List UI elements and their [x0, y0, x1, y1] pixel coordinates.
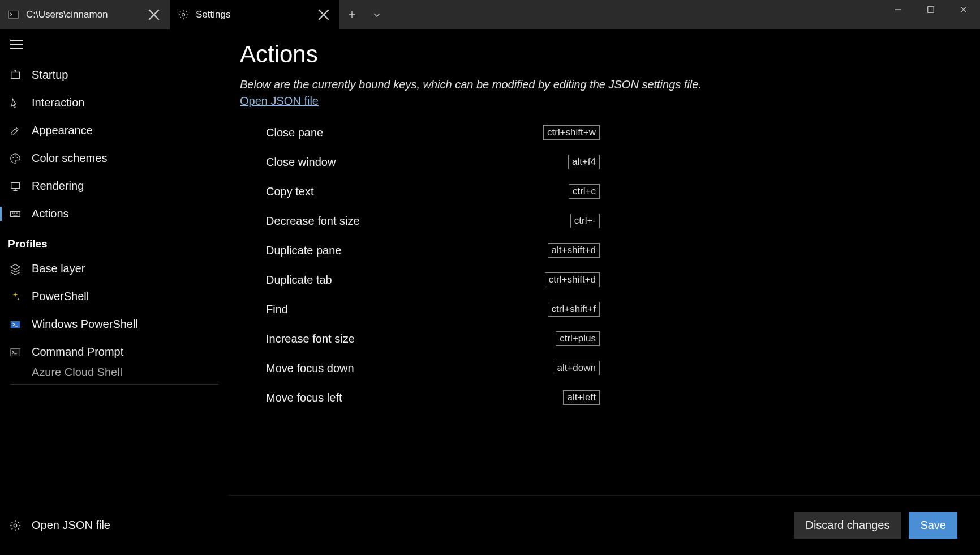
sidebar: Startup Interaction Appearance Color sch… [0, 29, 229, 555]
close-icon[interactable] [316, 7, 332, 23]
tab-title: Settings [196, 9, 309, 20]
sidebar-item-label: Appearance [32, 124, 93, 137]
sidebar-item-label: Interaction [32, 96, 84, 109]
save-button[interactable]: Save [909, 512, 957, 539]
rendering-icon [9, 180, 22, 193]
action-row[interactable]: Duplicate tab ctrl+shift+d [240, 265, 600, 294]
action-row[interactable]: Close pane ctrl+shift+w [240, 118, 600, 147]
action-label: Decrease font size [266, 215, 570, 228]
page-description: Below are the currently bound keys, whic… [240, 78, 980, 91]
action-label: Move focus left [266, 391, 563, 404]
svg-point-5 [15, 155, 16, 156]
sidebar-item-label: Azure Cloud Shell [32, 366, 122, 379]
action-label: Duplicate pane [266, 244, 548, 257]
action-label: Find [266, 303, 548, 316]
open-json-link[interactable]: Open JSON file [240, 95, 319, 108]
action-label: Close window [266, 156, 568, 169]
sidebar-item-label: PowerShell [32, 290, 89, 303]
title-bar: C:\Users\cinnamon Settings [0, 0, 980, 29]
maximize-button[interactable] [914, 0, 947, 19]
action-label: Duplicate tab [266, 274, 545, 287]
sidebar-item-label: Base layer [32, 262, 85, 275]
sidebar-item-label: Startup [32, 69, 68, 82]
action-row[interactable]: Find ctrl+shift+f [240, 294, 600, 324]
sidebar-item-label: Open JSON file [32, 519, 110, 532]
key-badge: ctrl+- [570, 214, 600, 228]
profiles-header: Profiles [0, 228, 229, 255]
svg-rect-3 [11, 72, 20, 78]
action-label: Close pane [266, 126, 543, 139]
sidebar-item-rendering[interactable]: Rendering [0, 172, 229, 200]
hamburger-button[interactable] [0, 29, 229, 53]
nav-list: Startup Interaction Appearance Color sch… [0, 53, 229, 379]
action-row[interactable]: Copy text ctrl+c [240, 177, 600, 206]
startup-icon [9, 69, 22, 82]
discard-changes-button[interactable]: Discard changes [794, 512, 901, 539]
key-badge: alt+down [553, 361, 600, 375]
main-panel: Actions Below are the currently bound ke… [229, 29, 980, 555]
action-row[interactable]: Duplicate pane alt+shift+d [240, 236, 600, 265]
sidebar-item-label: Rendering [32, 180, 84, 193]
tab-title: C:\Users\cinnamon [26, 9, 139, 20]
sidebar-item-base-layer[interactable]: Base layer [0, 255, 229, 283]
tab-dropdown-button[interactable] [364, 0, 389, 29]
page-title: Actions [240, 41, 980, 68]
keyboard-icon [9, 208, 22, 220]
sidebar-item-label: Windows PowerShell [32, 318, 138, 331]
layers-icon [9, 263, 22, 275]
svg-point-1 [182, 14, 185, 16]
palette-icon [9, 152, 22, 165]
close-icon[interactable] [146, 7, 162, 23]
minimize-button[interactable] [882, 0, 914, 19]
action-row[interactable]: Decrease font size ctrl+- [240, 206, 600, 236]
close-window-button[interactable] [947, 0, 980, 19]
sidebar-item-startup[interactable]: Startup [0, 61, 229, 89]
sidebar-item-label: Command Prompt [32, 345, 123, 358]
sidebar-item-interaction[interactable]: Interaction [0, 89, 229, 117]
sidebar-item-powershell[interactable]: PowerShell [0, 283, 229, 310]
gear-icon [9, 519, 22, 532]
key-badge: ctrl+c [569, 184, 600, 199]
key-badge: ctrl+plus [556, 331, 600, 346]
action-row[interactable]: Move focus down alt+down [240, 353, 600, 383]
svg-rect-10 [11, 348, 20, 356]
sidebar-separator [10, 384, 218, 385]
svg-point-6 [17, 157, 18, 158]
footer: Discard changes Save [229, 495, 980, 555]
tab-terminal[interactable]: C:\Users\cinnamon [0, 0, 170, 29]
key-badge: alt+f4 [568, 155, 600, 169]
action-row[interactable]: Increase font size ctrl+plus [240, 324, 600, 353]
interaction-icon [9, 97, 22, 109]
sparkle-icon [9, 291, 22, 303]
key-badge: ctrl+shift+w [543, 125, 600, 140]
sidebar-item-label: Color schemes [32, 152, 107, 165]
svg-rect-0 [9, 11, 19, 18]
svg-rect-2 [928, 7, 934, 13]
key-badge: ctrl+shift+d [545, 272, 600, 287]
window-controls [882, 0, 980, 29]
action-row[interactable]: Close window alt+f4 [240, 147, 600, 177]
sidebar-open-json-file[interactable]: Open JSON file [0, 511, 229, 539]
sidebar-item-command-prompt[interactable]: Command Prompt [0, 338, 229, 366]
key-badge: alt+left [563, 390, 600, 405]
terminal-icon [8, 9, 19, 20]
new-tab-button[interactable] [339, 0, 364, 29]
cmd-icon [9, 346, 22, 358]
gear-icon [178, 9, 189, 20]
sidebar-item-appearance[interactable]: Appearance [0, 117, 229, 144]
action-row[interactable]: Move focus left alt+left [240, 383, 600, 412]
sidebar-item-label: Actions [32, 207, 69, 220]
appearance-icon [9, 125, 22, 137]
powershell-icon [9, 318, 22, 331]
svg-point-11 [14, 524, 17, 527]
sidebar-item-azure-cloud-shell[interactable]: Azure Cloud Shell [0, 366, 229, 379]
tab-actions [339, 0, 389, 29]
svg-rect-7 [11, 182, 20, 188]
tab-settings[interactable]: Settings [170, 0, 339, 29]
action-label: Copy text [266, 185, 569, 198]
action-label: Increase font size [266, 332, 556, 345]
sidebar-item-windows-powershell[interactable]: Windows PowerShell [0, 310, 229, 338]
actions-list: Close pane ctrl+shift+w Close window alt… [240, 118, 980, 412]
sidebar-item-color-schemes[interactable]: Color schemes [0, 144, 229, 172]
sidebar-item-actions[interactable]: Actions [0, 200, 229, 228]
